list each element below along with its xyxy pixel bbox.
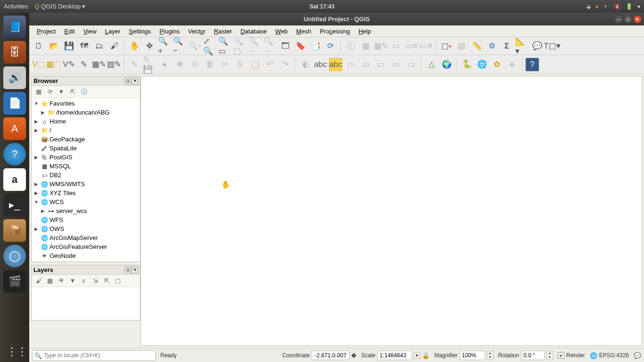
pan-icon[interactable]: ✋ xyxy=(128,40,141,53)
menu-database[interactable]: Database xyxy=(237,27,271,36)
save-project-icon[interactable]: 💾 xyxy=(62,40,75,53)
expand-icon[interactable]: ▼ xyxy=(33,199,39,205)
app-menu[interactable]: Q QGIS Desktop ▾ xyxy=(34,3,85,10)
browser-filter-icon[interactable]: ▼ xyxy=(57,88,66,96)
browser-item[interactable]: 🌐WFS xyxy=(32,215,140,224)
cut-features-icon[interactable]: ✂ xyxy=(218,58,231,71)
new-bookmark-icon[interactable]: 🔖 xyxy=(294,40,307,53)
show-applications[interactable]: ⋮⋮⋮ xyxy=(6,345,23,362)
browser-item[interactable]: ▶📁/ xyxy=(32,126,140,135)
browser-close-button[interactable]: ✕ xyxy=(132,78,138,84)
deselect-icon[interactable]: ▭✕ xyxy=(420,40,433,53)
lbl-4-icon[interactable]: ▭ xyxy=(389,58,403,71)
show-bookmarks-icon[interactable]: 📑 xyxy=(309,40,322,53)
expand-icon[interactable]: ▶ xyxy=(33,128,39,133)
browser-item[interactable]: ▶⊶server_wcs xyxy=(32,206,140,215)
browser-item[interactable]: 📦GeoPackage xyxy=(32,135,140,144)
browser-item[interactable]: 🌐ArcGisFeatureServer xyxy=(32,242,140,251)
expand-icon[interactable]: ▶ xyxy=(33,226,39,231)
clock[interactable]: Sat 17:43 xyxy=(310,3,335,10)
redo-icon[interactable]: ↷ xyxy=(279,58,292,71)
layers-style-icon[interactable]: 🖌 xyxy=(34,277,43,285)
zoom-last-icon[interactable]: 🔍← xyxy=(248,40,262,53)
dock-terminal[interactable]: ▸_ xyxy=(3,194,26,216)
browser-item[interactable]: ▶🌐OWS xyxy=(32,224,140,233)
layers-undock-button[interactable]: ◻ xyxy=(124,267,131,273)
browser-item[interactable]: ▭DB2 xyxy=(32,171,140,180)
new-virtual-icon[interactable]: ▨✎ xyxy=(107,58,121,71)
menu-raster[interactable]: Raster xyxy=(210,27,236,36)
new-geopackage-icon[interactable]: ✎ xyxy=(77,58,91,71)
coordinate-input[interactable] xyxy=(312,351,349,360)
expand-icon[interactable]: ▶ xyxy=(33,190,39,196)
add-feature-icon[interactable]: ● xyxy=(158,58,171,71)
toolbox-icon[interactable]: ⚙ xyxy=(485,40,498,53)
expand-icon[interactable]: ▶ xyxy=(33,119,39,124)
menu-web[interactable]: Web xyxy=(272,27,292,36)
browser-item[interactable]: ✳GeoNode xyxy=(32,251,140,260)
dock-help[interactable]: ? xyxy=(3,143,26,165)
add-vector-icon[interactable]: V⬚ xyxy=(32,58,45,71)
add-raster-icon[interactable]: ▦⬚ xyxy=(47,58,60,71)
browser-item[interactable]: 🌐ArcGisMapServer xyxy=(32,233,140,242)
dock-nautilus[interactable]: 📘 xyxy=(3,16,26,38)
select-features-icon[interactable]: ▭ xyxy=(389,40,403,53)
new-project-icon[interactable]: 🗋 xyxy=(32,40,45,53)
menu-help[interactable]: Help xyxy=(355,27,375,36)
label-tool-icon[interactable]: abc xyxy=(314,58,327,71)
menu-layer[interactable]: Layer xyxy=(101,27,124,36)
browser-item[interactable]: 🖉SpatiaLite xyxy=(32,144,140,153)
zoom-layer-icon[interactable]: 🔍▢ xyxy=(233,40,247,53)
layers-close-button[interactable]: ✕ xyxy=(132,267,138,273)
lbl-3-icon[interactable]: ▭ xyxy=(374,58,388,71)
measure-icon[interactable]: 📏 xyxy=(470,40,483,53)
expand-icon[interactable]: ▶ xyxy=(33,181,39,187)
menu-view[interactable]: View xyxy=(80,27,100,36)
zoom-full-icon[interactable]: ⤢🔍 xyxy=(203,40,216,53)
new-map-view-icon[interactable]: 🗔 xyxy=(279,40,292,53)
zoom-out-icon[interactable]: 🔍− xyxy=(173,40,186,53)
dropbox-icon[interactable]: ⬙ xyxy=(586,3,591,10)
layers-remove-icon[interactable]: ▢ xyxy=(114,277,122,285)
wifi-icon[interactable]: ᯤ xyxy=(603,3,609,10)
zoom-in-icon[interactable]: 🔍+ xyxy=(158,40,171,53)
magnifier-input[interactable] xyxy=(460,351,485,360)
browser-undock-button[interactable]: ◻ xyxy=(124,78,131,84)
render-checkbox[interactable]: ✔ xyxy=(558,352,564,359)
python-console-icon[interactable]: 🐍 xyxy=(460,58,473,71)
dock-writer[interactable]: 📄 xyxy=(3,92,26,115)
volume-icon[interactable]: 🔇 xyxy=(614,3,621,10)
browser-tree[interactable]: ▼⭐Favorites▶📁/home/duncan/ABG▶⌂Home▶📁/📦G… xyxy=(32,98,140,262)
menu-edit[interactable]: Edit xyxy=(60,27,78,36)
scale-input[interactable] xyxy=(377,351,412,360)
map-tips-icon[interactable]: 💬 xyxy=(530,40,544,53)
lbl-1-icon[interactable]: ▭ xyxy=(344,58,357,71)
zoom-selection-icon[interactable]: 🔍▭ xyxy=(218,40,231,53)
browser-item[interactable]: ▶📁/home/duncan/ABG xyxy=(32,108,140,117)
layers-add-group-icon[interactable]: ▦ xyxy=(46,277,54,285)
expand-icon[interactable]: ▼ xyxy=(33,101,39,106)
window-close-button[interactable]: ✕ xyxy=(634,16,641,23)
browser-item[interactable]: ▼⭐Favorites xyxy=(32,99,140,108)
browser-item[interactable]: ▶⌂Home xyxy=(32,117,140,126)
layers-tree[interactable] xyxy=(32,287,140,320)
lbl-2-icon[interactable]: ▭ xyxy=(359,58,372,71)
layers-expr-icon[interactable]: ε xyxy=(80,277,88,285)
system-menu-caret-icon[interactable]: ▾ xyxy=(637,3,640,10)
help-icon[interactable]: ? xyxy=(526,58,539,71)
menu-processing[interactable]: Processing xyxy=(316,27,354,36)
copy-features-icon[interactable]: ⎘ xyxy=(233,58,247,71)
metasearch-icon[interactable]: 🌐 xyxy=(475,58,488,71)
expand-icon[interactable]: ▶ xyxy=(40,110,46,115)
paste-features-icon[interactable]: 📋 xyxy=(248,58,262,71)
crs-value[interactable]: EPSG:4326 xyxy=(599,352,629,359)
dock-archive[interactable]: 📦 xyxy=(3,219,26,242)
rotation-spinner[interactable]: ▲▼ xyxy=(546,351,553,360)
topology-checker-icon[interactable]: △ xyxy=(425,58,438,71)
expand-icon[interactable]: ▶ xyxy=(40,208,46,214)
identify-icon[interactable]: ⓘ xyxy=(344,40,357,53)
dock-video[interactable]: 🎬 xyxy=(3,270,26,293)
layers-expand-icon[interactable]: ⇲ xyxy=(91,277,99,285)
dock-chromium[interactable]: ◯ xyxy=(3,245,26,267)
map-canvas[interactable]: ✋ xyxy=(140,76,642,346)
